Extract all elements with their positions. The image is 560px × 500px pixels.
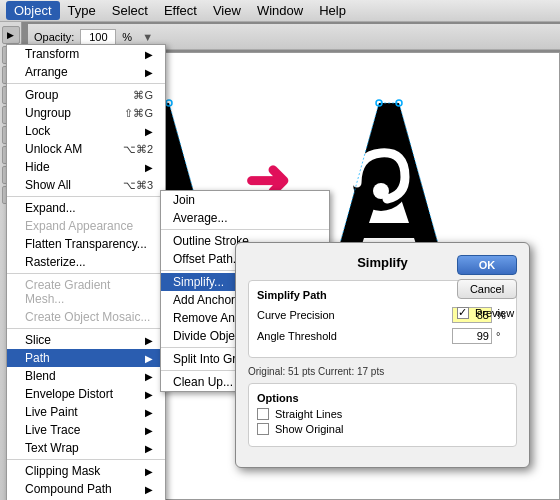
straight-lines-row: Straight Lines [257,408,508,420]
menu-object[interactable]: Object [6,1,60,20]
menu-effect[interactable]: Effect [156,1,205,20]
menu-ungroup[interactable]: Ungroup ⇧⌘G [7,104,165,122]
menu-live-paint[interactable]: Live Paint ▶ [7,403,165,421]
menu-hide[interactable]: Hide ▶ [7,158,165,176]
pts-info: Original: 51 pts Current: 17 pts [248,366,517,377]
menu-compound-path[interactable]: Compound Path ▶ [7,480,165,498]
menu-unlock-am[interactable]: Unlock AM ⌥⌘2 [7,140,165,158]
cancel-button[interactable]: Cancel [457,279,517,299]
menu-group[interactable]: Group ⌘G [7,86,165,104]
submenu-sep-1 [161,229,329,230]
submenu-average[interactable]: Average... [161,209,329,227]
angle-threshold-input[interactable] [452,328,492,344]
separator-3 [7,273,165,274]
menu-view[interactable]: View [205,1,249,20]
menu-rasterize[interactable]: Rasterize... [7,253,165,271]
opacity-input[interactable] [80,29,116,45]
menu-path[interactable]: Path ▶ [7,349,165,367]
menu-type[interactable]: Type [60,1,104,20]
tool-select[interactable]: ▶ [2,26,20,44]
angle-threshold-unit: ° [496,330,508,342]
menu-live-trace[interactable]: Live Trace ▶ [7,421,165,439]
menu-blend[interactable]: Blend ▶ [7,367,165,385]
menu-select[interactable]: Select [104,1,156,20]
straight-lines-label: Straight Lines [275,408,342,420]
simplify-dialog: Simplify OK Cancel Preview Simplify Path… [235,242,530,468]
angle-threshold-row: Angle Threshold ° [257,328,508,344]
show-original-checkbox[interactable] [257,423,269,435]
curve-precision-label: Curve Precision [257,309,448,321]
separator-1 [7,83,165,84]
dialog-buttons: OK Cancel Preview [457,255,517,322]
opacity-label: Opacity: [34,31,74,43]
menu-gradient-mesh: Create Gradient Mesh... [7,276,165,308]
menu-slice[interactable]: Slice ▶ [7,331,165,349]
menu-help[interactable]: Help [311,1,354,20]
menu-flatten[interactable]: Flatten Transparency... [7,235,165,253]
menu-window[interactable]: Window [249,1,311,20]
preview-checkbox[interactable] [457,307,469,319]
menu-bar: Object Type Select Effect View Window He… [0,0,560,22]
options-title: Options [257,392,508,404]
separator-2 [7,196,165,197]
object-menu-dropdown: Transform ▶ Arrange ▶ Group ⌘G Ungroup ⇧… [6,44,166,500]
menu-expand-appearance: Expand Appearance [7,217,165,235]
show-original-row: Show Original [257,423,508,435]
ok-button[interactable]: OK [457,255,517,275]
menu-lock[interactable]: Lock ▶ [7,122,165,140]
menu-text-wrap[interactable]: Text Wrap ▶ [7,439,165,457]
svg-point-8 [373,183,389,199]
separator-4 [7,328,165,329]
menu-arrange[interactable]: Arrange ▶ [7,63,165,81]
menu-envelope-distort[interactable]: Envelope Distort ▶ [7,385,165,403]
options-section: Options Straight Lines Show Original [248,383,517,447]
menu-clipping-mask[interactable]: Clipping Mask ▶ [7,462,165,480]
menu-expand[interactable]: Expand... [7,199,165,217]
separator-5 [7,459,165,460]
opacity-unit: % [122,31,132,43]
straight-lines-checkbox[interactable] [257,408,269,420]
show-original-label: Show Original [275,423,343,435]
menu-object-mosaic: Create Object Mosaic... [7,308,165,326]
menu-show-all[interactable]: Show All ⌥⌘3 [7,176,165,194]
submenu-join[interactable]: Join [161,191,329,209]
menu-transform[interactable]: Transform ▶ [7,45,165,63]
angle-threshold-label: Angle Threshold [257,330,448,342]
canvas-area: ▶ ↗ ✒ T ╱ □ 🖌 ↻ ⤡ Opacity: % ▼ [0,22,560,500]
preview-label: Preview [475,307,514,319]
